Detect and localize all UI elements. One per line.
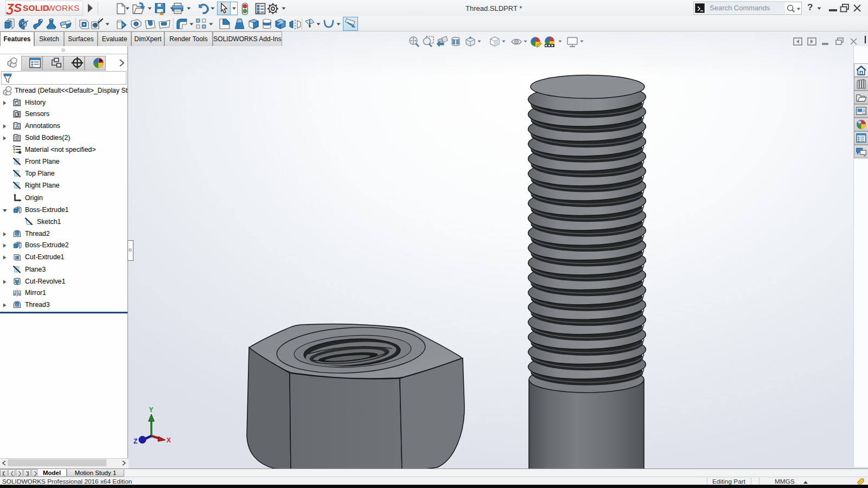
svg-text:A: A <box>15 123 19 129</box>
svg-text:Z: Z <box>133 438 137 445</box>
svg-text:ƷS: ƷS <box>6 1 22 15</box>
svg-text:WORKS: WORKS <box>47 3 80 12</box>
svg-text:SOLID: SOLID <box>23 3 49 12</box>
svg-text:Y: Y <box>149 406 154 414</box>
svg-text:X: X <box>167 436 171 444</box>
